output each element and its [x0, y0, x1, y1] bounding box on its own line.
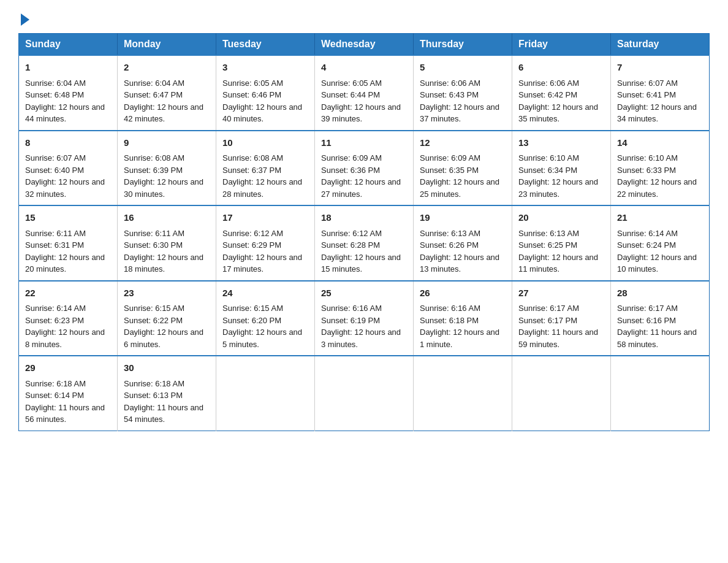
calendar-day-cell: 15Sunrise: 6:11 AMSunset: 6:31 PMDayligh…	[19, 205, 118, 281]
calendar-week-row: 1Sunrise: 6:04 AMSunset: 6:48 PMDaylight…	[19, 55, 710, 131]
calendar-day-cell: 23Sunrise: 6:15 AMSunset: 6:22 PMDayligh…	[118, 281, 216, 356]
calendar-day-cell: 10Sunrise: 6:08 AMSunset: 6:37 PMDayligh…	[216, 131, 315, 206]
calendar-day-cell: 22Sunrise: 6:14 AMSunset: 6:23 PMDayligh…	[19, 281, 118, 356]
day-number: 4	[321, 61, 407, 75]
day-info: Sunrise: 6:05 AMSunset: 6:46 PMDaylight:…	[222, 77, 308, 125]
calendar-day-cell: 5Sunrise: 6:06 AMSunset: 6:43 PMDaylight…	[414, 55, 512, 131]
day-info: Sunrise: 6:06 AMSunset: 6:43 PMDaylight:…	[420, 77, 506, 125]
day-info: Sunrise: 6:18 AMSunset: 6:13 PMDaylight:…	[124, 378, 210, 426]
calendar-empty-cell	[414, 356, 512, 431]
day-number: 10	[222, 136, 308, 150]
calendar-day-cell: 26Sunrise: 6:16 AMSunset: 6:18 PMDayligh…	[414, 281, 512, 356]
day-number: 14	[617, 136, 703, 150]
day-info: Sunrise: 6:10 AMSunset: 6:34 PMDaylight:…	[518, 152, 604, 200]
day-number: 2	[124, 61, 210, 75]
weekday-header-thursday: Thursday	[414, 34, 512, 56]
day-number: 27	[518, 286, 604, 301]
calendar-day-cell: 9Sunrise: 6:08 AMSunset: 6:39 PMDaylight…	[118, 131, 216, 206]
day-number: 7	[617, 61, 703, 75]
day-number: 5	[420, 61, 506, 75]
day-number: 28	[617, 286, 703, 301]
day-info: Sunrise: 6:07 AMSunset: 6:41 PMDaylight:…	[617, 77, 703, 125]
page-header	[18, 12, 710, 23]
day-number: 3	[222, 61, 308, 75]
calendar-week-row: 29Sunrise: 6:18 AMSunset: 6:14 PMDayligh…	[19, 356, 710, 431]
calendar-day-cell: 17Sunrise: 6:12 AMSunset: 6:29 PMDayligh…	[216, 205, 315, 281]
calendar-day-cell: 27Sunrise: 6:17 AMSunset: 6:17 PMDayligh…	[512, 281, 611, 356]
day-number: 24	[222, 286, 308, 301]
logo	[18, 12, 29, 23]
logo-arrow-icon	[21, 13, 29, 26]
day-number: 17	[222, 211, 308, 225]
calendar-day-cell: 6Sunrise: 6:06 AMSunset: 6:42 PMDaylight…	[512, 55, 611, 131]
calendar-day-cell: 7Sunrise: 6:07 AMSunset: 6:41 PMDaylight…	[611, 55, 710, 131]
day-info: Sunrise: 6:04 AMSunset: 6:48 PMDaylight:…	[25, 77, 111, 125]
day-info: Sunrise: 6:14 AMSunset: 6:23 PMDaylight:…	[25, 302, 111, 350]
calendar-table: SundayMondayTuesdayWednesdayThursdayFrid…	[18, 33, 710, 431]
calendar-day-cell: 14Sunrise: 6:10 AMSunset: 6:33 PMDayligh…	[611, 131, 710, 206]
calendar-day-cell: 13Sunrise: 6:10 AMSunset: 6:34 PMDayligh…	[512, 131, 611, 206]
weekday-header-wednesday: Wednesday	[315, 34, 414, 56]
day-info: Sunrise: 6:15 AMSunset: 6:20 PMDaylight:…	[222, 302, 308, 350]
day-info: Sunrise: 6:08 AMSunset: 6:37 PMDaylight:…	[222, 152, 308, 200]
day-info: Sunrise: 6:08 AMSunset: 6:39 PMDaylight:…	[124, 152, 210, 200]
day-info: Sunrise: 6:10 AMSunset: 6:33 PMDaylight:…	[617, 152, 703, 200]
calendar-day-cell: 11Sunrise: 6:09 AMSunset: 6:36 PMDayligh…	[315, 131, 414, 206]
day-number: 18	[321, 211, 407, 225]
calendar-week-row: 15Sunrise: 6:11 AMSunset: 6:31 PMDayligh…	[19, 205, 710, 281]
calendar-day-cell: 30Sunrise: 6:18 AMSunset: 6:13 PMDayligh…	[118, 356, 216, 431]
calendar-day-cell: 8Sunrise: 6:07 AMSunset: 6:40 PMDaylight…	[19, 131, 118, 206]
calendar-header-row: SundayMondayTuesdayWednesdayThursdayFrid…	[19, 34, 710, 56]
day-info: Sunrise: 6:18 AMSunset: 6:14 PMDaylight:…	[25, 378, 111, 426]
day-info: Sunrise: 6:12 AMSunset: 6:28 PMDaylight:…	[321, 228, 407, 275]
day-number: 22	[25, 286, 111, 301]
day-number: 12	[420, 136, 506, 150]
calendar-empty-cell	[611, 356, 710, 431]
day-info: Sunrise: 6:14 AMSunset: 6:24 PMDaylight:…	[617, 228, 703, 275]
day-number: 29	[25, 361, 111, 375]
day-info: Sunrise: 6:16 AMSunset: 6:19 PMDaylight:…	[321, 302, 407, 350]
day-info: Sunrise: 6:09 AMSunset: 6:35 PMDaylight:…	[420, 152, 506, 200]
calendar-day-cell: 16Sunrise: 6:11 AMSunset: 6:30 PMDayligh…	[118, 205, 216, 281]
calendar-empty-cell	[512, 356, 611, 431]
day-number: 23	[124, 286, 210, 301]
calendar-week-row: 8Sunrise: 6:07 AMSunset: 6:40 PMDaylight…	[19, 131, 710, 206]
day-info: Sunrise: 6:05 AMSunset: 6:44 PMDaylight:…	[321, 77, 407, 125]
day-number: 16	[124, 211, 210, 225]
day-info: Sunrise: 6:12 AMSunset: 6:29 PMDaylight:…	[222, 228, 308, 275]
calendar-day-cell: 12Sunrise: 6:09 AMSunset: 6:35 PMDayligh…	[414, 131, 512, 206]
day-info: Sunrise: 6:17 AMSunset: 6:17 PMDaylight:…	[518, 302, 604, 350]
calendar-empty-cell	[315, 356, 414, 431]
weekday-header-friday: Friday	[512, 34, 611, 56]
day-number: 26	[420, 286, 506, 301]
day-number: 25	[321, 286, 407, 301]
day-info: Sunrise: 6:16 AMSunset: 6:18 PMDaylight:…	[420, 302, 506, 350]
day-number: 6	[518, 61, 604, 75]
day-number: 8	[25, 136, 111, 150]
day-info: Sunrise: 6:09 AMSunset: 6:36 PMDaylight:…	[321, 152, 407, 200]
calendar-day-cell: 29Sunrise: 6:18 AMSunset: 6:14 PMDayligh…	[19, 356, 118, 431]
weekday-header-tuesday: Tuesday	[216, 34, 315, 56]
logo-general	[18, 12, 29, 26]
weekday-header-saturday: Saturday	[611, 34, 710, 56]
day-number: 9	[124, 136, 210, 150]
day-number: 19	[420, 211, 506, 225]
day-info: Sunrise: 6:17 AMSunset: 6:16 PMDaylight:…	[617, 302, 703, 350]
day-info: Sunrise: 6:13 AMSunset: 6:25 PMDaylight:…	[518, 228, 604, 275]
day-info: Sunrise: 6:04 AMSunset: 6:47 PMDaylight:…	[124, 77, 210, 125]
calendar-week-row: 22Sunrise: 6:14 AMSunset: 6:23 PMDayligh…	[19, 281, 710, 356]
day-number: 21	[617, 211, 703, 225]
calendar-day-cell: 24Sunrise: 6:15 AMSunset: 6:20 PMDayligh…	[216, 281, 315, 356]
day-info: Sunrise: 6:11 AMSunset: 6:30 PMDaylight:…	[124, 228, 210, 275]
calendar-day-cell: 4Sunrise: 6:05 AMSunset: 6:44 PMDaylight…	[315, 55, 414, 131]
day-info: Sunrise: 6:13 AMSunset: 6:26 PMDaylight:…	[420, 228, 506, 275]
day-number: 11	[321, 136, 407, 150]
day-info: Sunrise: 6:11 AMSunset: 6:31 PMDaylight:…	[25, 228, 111, 275]
day-number: 15	[25, 211, 111, 225]
day-info: Sunrise: 6:15 AMSunset: 6:22 PMDaylight:…	[124, 302, 210, 350]
calendar-day-cell: 21Sunrise: 6:14 AMSunset: 6:24 PMDayligh…	[611, 205, 710, 281]
day-number: 1	[25, 61, 111, 75]
day-number: 13	[518, 136, 604, 150]
calendar-day-cell: 20Sunrise: 6:13 AMSunset: 6:25 PMDayligh…	[512, 205, 611, 281]
calendar-day-cell: 28Sunrise: 6:17 AMSunset: 6:16 PMDayligh…	[611, 281, 710, 356]
